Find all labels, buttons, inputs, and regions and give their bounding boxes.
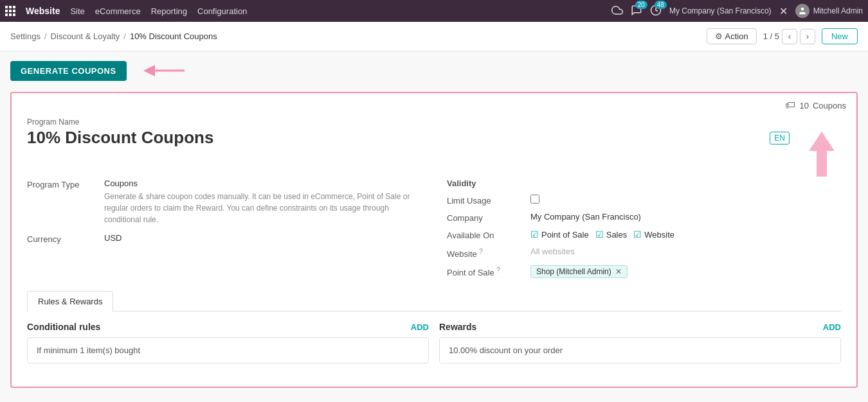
new-button[interactable]: New <box>822 28 858 44</box>
available-on-label: Available On <box>447 229 530 240</box>
program-type-row: Program Type Coupons Generate & share co… <box>27 179 421 225</box>
coupon-count: 10 <box>799 101 808 110</box>
nav-site[interactable]: Site <box>70 6 84 16</box>
cloud-icon[interactable] <box>611 4 623 18</box>
form-body: Program Name 10% Discount Coupons EN <box>12 111 856 387</box>
breadcrumb-current: 10% Discount Coupons <box>130 31 217 41</box>
pagination: 1 / 5 ‹ › <box>763 29 815 44</box>
arrow-annotation <box>136 58 188 85</box>
breadcrumb-settings[interactable]: Settings <box>10 31 41 41</box>
user-menu[interactable]: Mitchell Admin <box>795 4 863 18</box>
website-check-icon: ☑ <box>633 229 642 240</box>
breadcrumb-sep-2: / <box>123 31 126 41</box>
conditional-rules-add[interactable]: ADD <box>411 322 429 332</box>
clock-icon[interactable]: 48 <box>650 4 662 18</box>
limit-usage-checkbox[interactable] <box>530 195 539 204</box>
top-nav: Site eCommerce Reporting Configuration <box>70 6 247 16</box>
up-arrow-annotation <box>802 132 841 179</box>
nav-configuration[interactable]: Configuration <box>197 6 247 16</box>
tabs-bar: Rules & Rewards <box>27 291 841 311</box>
breadcrumb: Settings / Discount & Loyalty / 10% Disc… <box>10 31 217 41</box>
currency-row: Currency USD <box>27 233 421 244</box>
program-name-title[interactable]: 10% Discount Coupons <box>27 128 770 148</box>
reward-item[interactable]: 10.00% discount on your order <box>439 337 841 363</box>
conditional-rules-col: Conditional rules ADD If minimum 1 item(… <box>27 322 429 363</box>
company-name: My Company (San Francisco) <box>669 6 772 15</box>
pos-tag-remove[interactable]: ✕ <box>615 267 622 276</box>
tab-rules-rewards[interactable]: Rules & Rewards <box>27 291 113 311</box>
currency-label: Currency <box>27 233 104 244</box>
sales-label-text: Sales <box>606 230 628 240</box>
svg-marker-4 <box>809 132 835 177</box>
limit-usage-row: Limit Usage <box>447 195 841 205</box>
user-name: Mitchell Admin <box>813 6 863 15</box>
conditional-rules-header: Conditional rules ADD <box>27 322 429 332</box>
toolbar: GENERATE COUPONS <box>0 51 868 92</box>
program-type-value: Coupons <box>104 179 421 188</box>
topbar: Website Site eCommerce Reporting Configu… <box>0 0 868 22</box>
available-on-options: ☑ Point of Sale ☑ Sales ☑ Website <box>530 229 674 240</box>
grid-icon <box>5 6 15 16</box>
website-question: ? <box>479 248 483 255</box>
rewards-header: Rewards ADD <box>439 322 841 332</box>
breadcrumb-discount-loyalty[interactable]: Discount & Loyalty <box>51 31 120 41</box>
prev-button[interactable]: ‹ <box>782 29 797 44</box>
rule-item[interactable]: If minimum 1 item(s) bought <box>27 337 429 363</box>
apps-menu-button[interactable] <box>5 6 15 16</box>
lang-badge[interactable]: EN <box>770 132 790 144</box>
available-on-row: Available On ☑ Point of Sale ☑ Sales <box>447 229 841 240</box>
pos-tag-label: Shop (Mitchell Admin) <box>536 267 611 276</box>
breadcrumb-actions: ⚙ Action 1 / 5 ‹ › New <box>707 28 858 44</box>
company-label: Company <box>447 212 530 223</box>
nav-ecommerce[interactable]: eCommerce <box>95 6 141 16</box>
program-description: Generate & share coupon codes manually. … <box>104 191 421 225</box>
chat-icon[interactable]: 20 <box>631 4 642 18</box>
pos-question: ? <box>496 267 500 274</box>
pos-check-icon: ☑ <box>530 229 539 240</box>
main-content: 🏷 10 Coupons Program Name 10% Discount C… <box>0 92 868 398</box>
app-name[interactable]: Website <box>26 6 60 16</box>
rewards-title: Rewards <box>439 322 476 332</box>
close-icon[interactable]: ✕ <box>779 5 788 17</box>
website-check-label[interactable]: ☑ Website <box>633 229 674 240</box>
rewards-add[interactable]: ADD <box>823 322 841 332</box>
sales-check-icon: ☑ <box>595 229 604 240</box>
limit-usage-checkbox-container <box>530 195 539 204</box>
website-field-label: Website ? <box>447 247 530 259</box>
coupon-count-label: Coupons <box>813 101 846 110</box>
conditional-rules-title: Conditional rules <box>27 322 100 332</box>
website-row: Website ? All websites <box>447 247 841 259</box>
pos-row: Point of Sale ? Shop (Mitchell Admin) ✕ <box>447 265 841 278</box>
next-button[interactable]: › <box>800 29 815 44</box>
limit-usage-label: Limit Usage <box>447 195 530 205</box>
form-two-col: Program Type Coupons Generate & share co… <box>27 179 841 284</box>
website-value[interactable]: All websites <box>530 247 841 256</box>
user-avatar <box>795 4 809 18</box>
form-right: Validity Limit Usage Company My Company … <box>447 179 841 284</box>
pos-field-label: Point of Sale ? <box>447 265 530 277</box>
form-card: 🏷 10 Coupons Program Name 10% Discount C… <box>10 92 858 388</box>
pos-tags-area: Shop (Mitchell Admin) ✕ <box>530 265 628 278</box>
company-row: Company My Company (San Francisco) <box>447 212 841 223</box>
coupon-badge[interactable]: 🏷 10 Coupons <box>785 100 846 111</box>
tag-icon: 🏷 <box>785 100 795 111</box>
tab-content: Conditional rules ADD If minimum 1 item(… <box>27 311 841 374</box>
rewards-col: Rewards ADD 10.00% discount on your orde… <box>439 322 841 363</box>
sales-check-label[interactable]: ☑ Sales <box>595 229 628 240</box>
nav-reporting[interactable]: Reporting <box>151 6 187 16</box>
program-type-label: Program Type <box>27 179 104 225</box>
gear-icon: ⚙ <box>715 31 723 41</box>
coupon-count-area: 🏷 10 Coupons <box>12 93 856 111</box>
generate-coupons-button[interactable]: GENERATE COUPONS <box>10 61 127 81</box>
chat-badge: 20 <box>635 1 647 9</box>
pos-check-label[interactable]: ☑ Point of Sale <box>530 229 589 240</box>
form-left: Program Type Coupons Generate & share co… <box>27 179 421 284</box>
svg-point-1 <box>800 8 804 11</box>
program-name-label: Program Name <box>27 118 770 127</box>
action-button[interactable]: ⚙ Action <box>707 28 757 44</box>
breadcrumb-sep-1: / <box>44 31 47 41</box>
pagination-count: 1 / 5 <box>763 31 779 41</box>
currency-value: USD <box>104 233 421 244</box>
pos-tag[interactable]: Shop (Mitchell Admin) ✕ <box>530 265 628 278</box>
website-label-text: Website <box>644 230 674 240</box>
